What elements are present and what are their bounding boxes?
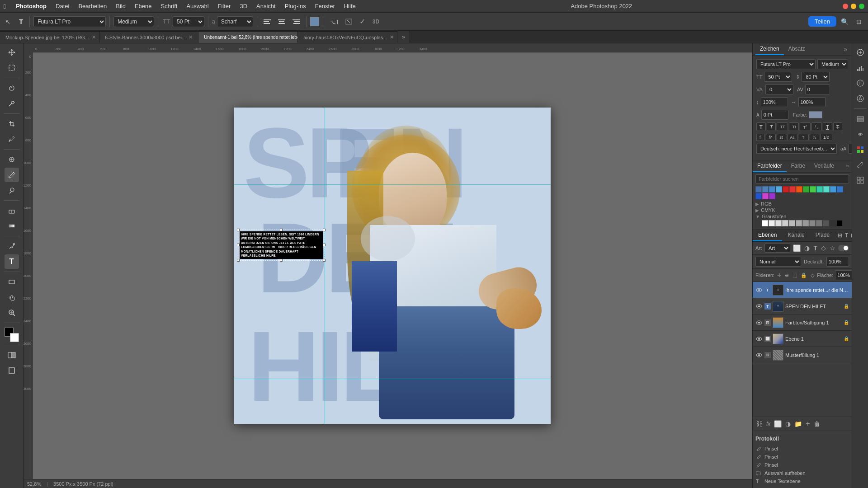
char-color-swatch[interactable] — [809, 111, 822, 118]
layers-settings-button[interactable]: ⊞ — [837, 230, 843, 240]
allcaps-button[interactable]: TT — [777, 122, 788, 131]
protokoll-item-1[interactable]: Pinsel — [755, 445, 849, 453]
search-button[interactable]: 🔍 — [838, 15, 851, 28]
hand-tool[interactable] — [5, 290, 19, 305]
gray-swatch[interactable] — [769, 220, 775, 226]
char-language[interactable]: Deutsch: neue Rechtschreib... — [756, 144, 837, 154]
strikethrough-button[interactable]: T — [833, 122, 843, 131]
gray-swatch[interactable] — [836, 220, 843, 226]
handle-mr[interactable] — [323, 244, 326, 246]
handle-br[interactable] — [323, 259, 326, 262]
eraser-tool[interactable] — [5, 203, 19, 218]
magic-wand-tool[interactable] — [5, 96, 19, 111]
gray-swatch[interactable] — [809, 220, 816, 226]
char-scale-v[interactable] — [761, 97, 788, 107]
menu-fenster[interactable]: Fenster — [311, 0, 340, 13]
swatch[interactable] — [830, 186, 836, 192]
font-family-select[interactable]: Futura LT Pro — [33, 16, 106, 27]
crop-tool[interactable] — [5, 117, 19, 131]
filter-type-button[interactable]: T — [812, 244, 818, 253]
swatch[interactable] — [776, 186, 782, 192]
layer-item-1[interactable]: T T Ihre spende rettet...r die Not von M… — [753, 282, 852, 298]
layer-delete-button[interactable]: 🗑 — [813, 419, 821, 428]
shape-tool[interactable] — [5, 275, 19, 289]
char-tracking[interactable] — [805, 84, 830, 94]
align-center-button[interactable] — [275, 15, 288, 28]
menu-bearbeiten[interactable]: Bearbeiten — [74, 0, 111, 13]
minimize-button[interactable] — [851, 4, 856, 9]
gray-swatch[interactable] — [762, 220, 768, 226]
swatch[interactable] — [769, 186, 775, 192]
layer-link-button[interactable]: ⛓ — [755, 419, 764, 428]
share-button[interactable]: Teilen — [808, 16, 836, 27]
filter-adjustment-button[interactable]: ◑ — [803, 244, 811, 253]
char-kerning[interactable]: 0 — [765, 84, 793, 94]
tab-pfade[interactable]: Pfade — [810, 230, 835, 241]
tab-verlaeufe[interactable]: Verläufe — [810, 160, 839, 172]
handle-tl[interactable] — [237, 229, 240, 231]
maximize-button[interactable] — [859, 4, 864, 9]
character-panel-button[interactable] — [342, 15, 355, 28]
lasso-tool[interactable] — [5, 81, 19, 95]
swatch[interactable] — [816, 186, 823, 192]
layer-adjustment-button[interactable]: ◑ — [784, 419, 792, 428]
ligature-button[interactable]: fi — [756, 134, 765, 141]
align-left-button[interactable] — [261, 15, 274, 28]
close-button[interactable] — [843, 4, 848, 9]
protokoll-item-2[interactable]: Pinsel — [755, 453, 849, 461]
gray-swatch[interactable] — [830, 220, 836, 226]
canvas[interactable]: SP EN DEN HILFT — [234, 108, 551, 424]
move-tool[interactable] — [5, 45, 19, 60]
text-tool[interactable]: T — [5, 254, 19, 269]
tab-kanaele[interactable]: Kanäle — [782, 230, 810, 241]
discretionary-button[interactable]: fi* — [766, 134, 776, 141]
menu-3d[interactable]: 3D — [235, 0, 252, 13]
threed-button[interactable]: 3D — [370, 15, 382, 28]
layer-new-button[interactable]: + — [805, 419, 811, 429]
gray-swatch[interactable] — [796, 220, 802, 226]
eyedropper-tool[interactable] — [5, 132, 19, 146]
apple-logo[interactable]:  — [4, 3, 6, 10]
text-color-swatch[interactable] — [310, 17, 319, 26]
layers-panel-button[interactable] — [854, 113, 867, 125]
navigator-button[interactable] — [854, 92, 867, 105]
patterns-button[interactable] — [854, 174, 867, 187]
korrekturen-panel-button[interactable] — [854, 46, 867, 59]
gradient-tool[interactable] — [5, 219, 19, 233]
underline-button[interactable]: T — [823, 122, 832, 131]
handle-tm[interactable] — [280, 229, 283, 231]
channels-button[interactable] — [854, 128, 867, 141]
background-color[interactable] — [10, 333, 19, 342]
brush-tool[interactable] — [5, 168, 19, 182]
fractions-button[interactable]: A↕ — [787, 134, 798, 141]
char-leading[interactable]: 80 Pt — [802, 72, 830, 82]
zoom-tool[interactable] — [5, 305, 19, 320]
menu-ansicht[interactable]: Ansicht — [252, 0, 280, 13]
marquee-tool[interactable] — [5, 61, 19, 75]
oldstyle-button[interactable]: st — [777, 134, 786, 141]
swash-button[interactable]: ½ — [810, 134, 820, 141]
char-font-style[interactable]: Medium — [817, 59, 848, 69]
gray-swatch[interactable] — [823, 220, 829, 226]
app-name[interactable]: Photoshop — [11, 3, 51, 9]
aa-select[interactable]: Scharf — [217, 16, 253, 27]
farbfelder-expand[interactable]: » — [843, 160, 852, 172]
swatch[interactable] — [769, 193, 775, 199]
char-aa[interactable]: Scharf — [848, 144, 852, 154]
swatch[interactable] — [837, 186, 843, 192]
color-picker[interactable] — [5, 328, 19, 342]
layer-item-3[interactable]: ⊟ Farbton/Sättigung 1 🔒 — [753, 314, 852, 331]
tab-farbe[interactable]: Farbe — [787, 160, 810, 172]
swatch[interactable] — [755, 193, 762, 199]
text-tool-icon[interactable]: T — [16, 15, 26, 28]
gray-swatch[interactable] — [802, 220, 809, 226]
superiors-button[interactable]: 1/2 — [820, 134, 832, 141]
gray-swatch[interactable] — [789, 220, 795, 226]
panels-button[interactable]: ⊟ — [853, 15, 865, 28]
lock-all-button[interactable]: 🔒 — [800, 272, 808, 279]
swatch[interactable] — [762, 186, 769, 192]
swatch[interactable] — [823, 186, 830, 192]
swatch[interactable] — [810, 186, 816, 192]
tab-zeichen[interactable]: Zeichen — [755, 43, 784, 55]
flaeche-input[interactable] — [835, 270, 852, 280]
